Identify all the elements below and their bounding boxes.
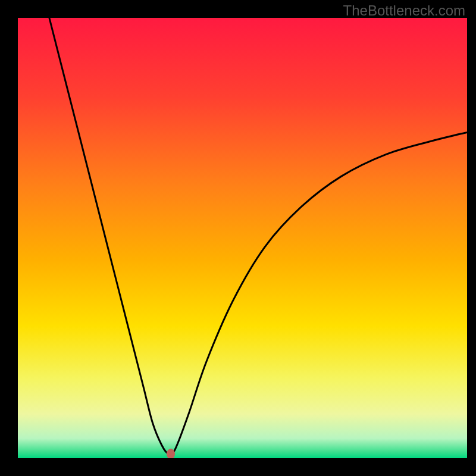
chart-curve: [18, 18, 467, 458]
watermark-text: TheBottleneck.com: [343, 2, 465, 19]
chart-minimum-marker: [167, 449, 175, 458]
chart-plot-area: [18, 18, 467, 458]
